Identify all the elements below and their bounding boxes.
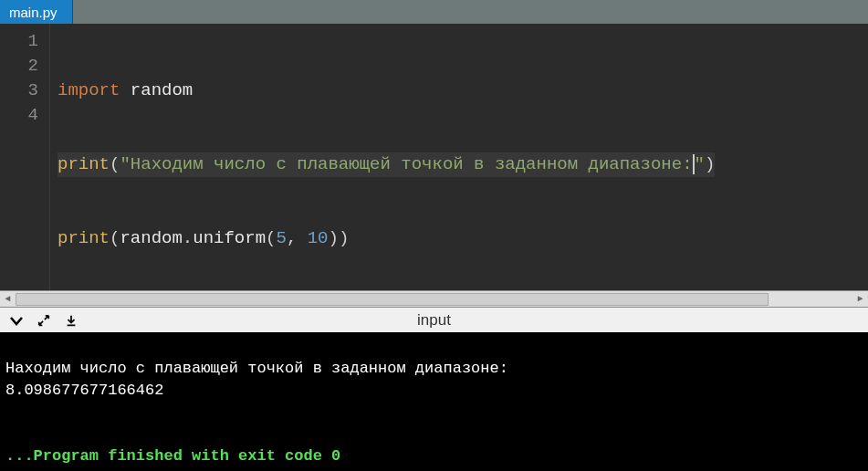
chevron-down-icon[interactable] <box>9 313 24 328</box>
horizontal-scrollbar[interactable]: ◄ ► <box>0 290 868 307</box>
line-number-gutter: 1 2 3 4 <box>0 24 50 290</box>
code-line: print("Находим число с плавающей точкой … <box>58 152 715 177</box>
console-title: input <box>417 311 451 330</box>
console-line: Находим число с плавающей точкой в задан… <box>5 360 508 377</box>
code-editor[interactable]: 1 2 3 4 import random print("Находим чис… <box>0 24 868 290</box>
line-number: 1 <box>16 29 38 54</box>
scrollbar-thumb[interactable] <box>16 293 769 306</box>
code-area[interactable]: import random print("Находим число с пла… <box>50 24 722 290</box>
code-line: print(random.uniform(5, 10)) <box>58 226 715 251</box>
expand-icon[interactable] <box>37 313 51 328</box>
download-icon[interactable] <box>64 313 78 328</box>
console-exit-line: ...Program finished with exit code 0 <box>5 447 340 465</box>
line-number: 2 <box>16 54 38 78</box>
line-number: 4 <box>16 103 38 128</box>
scroll-right-icon[interactable]: ► <box>852 292 868 307</box>
tab-main-py[interactable]: main.py <box>0 0 73 24</box>
code-line: import random <box>58 78 715 103</box>
tab-bar: main.py <box>0 0 868 24</box>
console-toolbar: input <box>0 307 868 332</box>
scrollbar-track[interactable] <box>16 292 852 307</box>
console-output[interactable]: Находим число с плавающей точкой в задан… <box>0 332 868 471</box>
console-line: 8.098677677166462 <box>5 382 163 399</box>
scroll-left-icon[interactable]: ◄ <box>0 292 16 307</box>
line-number: 3 <box>16 78 38 103</box>
tab-filename: main.py <box>9 5 58 20</box>
